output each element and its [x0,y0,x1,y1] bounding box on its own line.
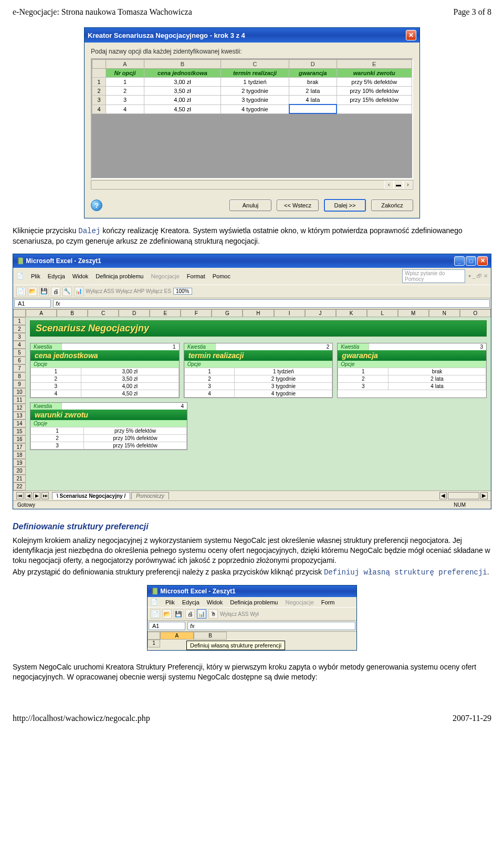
help-icon[interactable]: ? [91,200,102,211]
horizontal-scrollbar[interactable]: ‹ ▬ › [91,180,413,190]
table-row[interactable]: 1 1 3,00 zł 1 tydzień brak przy 5% defek… [92,78,412,87]
zoom-field[interactable]: 100% [173,288,192,295]
menu-item[interactable]: Negocjacje [151,273,179,279]
scroll-thumb[interactable] [448,492,479,499]
custom-icon[interactable]: 🔧 [62,287,72,296]
menu-item[interactable]: Widok [207,599,223,605]
new-icon[interactable]: 📄 [151,609,160,619]
toolbar: 📄 📂 💾 🖨 🔧 📊 Wyłącz ASS Wyłącz AHP Wyłącz… [13,285,491,298]
custom-icon[interactable]: 📊 [74,287,83,296]
menu-item[interactable]: Negocjacje [285,599,313,605]
menu-item[interactable]: Definicja problemu [230,599,278,605]
scroll-right-icon[interactable]: › [403,181,413,189]
excel-mini-icon: 📄 [16,273,24,279]
sheet-canvas[interactable]: Scenariusz Negocjacyjny Kwestia1cena jed… [26,317,491,490]
row-numbers: 12345678910111213141516171819202122 [13,317,26,490]
kwestia-box: Kwestia1cena jednostkowaOpcje13,00 zł23,… [30,343,180,398]
formula-bar[interactable]: fx [53,299,490,308]
column-headers: ABC DEF GHI JKL MNO [13,309,491,317]
tab-first-icon[interactable]: ⏮ [16,492,24,499]
paragraph-3: System NegoCalc uruchomi Kreatora Strukt… [13,662,491,682]
excel2-title: 📗 Microsoft Excel - Zeszyt1 [151,588,236,595]
minimize-icon[interactable]: _ [454,256,465,266]
status-bar: Gotowy NUM [13,500,491,509]
menu-item[interactable]: Form [321,599,335,605]
tooltip: Definiuj własną strukturę preferencji [186,641,285,650]
menu-item[interactable]: Plik [31,273,40,279]
page-footer-left: http://localhost/wachowicz/negocalc.php [13,714,150,723]
scenario-title: Scenariusz Negocjacyjny [30,320,487,337]
menu-item[interactable]: Pomoc [213,273,230,279]
save-icon[interactable]: 💾 [174,609,183,619]
tab-prev-icon[interactable]: ◀ [25,492,32,499]
cancel-button[interactable]: Anuluj [229,200,271,211]
sheet-tab-inactive[interactable]: Pomocniczy [131,492,169,499]
page-footer-right: 2007-11-29 [453,714,491,723]
table-row[interactable]: 2 2 3,50 zł 2 tygodnie 2 lata przy 10% d… [92,87,412,96]
name-box[interactable]: A1 [149,622,185,630]
dialog-title: Kreator Scenariusza Negocjacyjnego - kro… [88,32,245,39]
dialog-prompt: Podaj nazwy opcji dla każdej zidentyfiko… [85,43,419,58]
name-box[interactable]: A1 [14,299,51,308]
wizard-dialog: Kreator Scenariusza Negocjacyjnego - kro… [84,27,420,218]
tab-next-icon[interactable]: ▶ [33,492,40,499]
tab-last-icon[interactable]: ⏭ [41,492,49,499]
excel-window-1: 📗 Microsoft Excel - Zeszyt1 _ □ ✕ 📄 Plik… [13,254,491,509]
finish-button[interactable]: Zakończ [371,200,413,211]
menu-item[interactable]: Format [187,273,205,279]
help-search-input[interactable]: Wpisz pytanie do Pomocy [402,269,465,283]
next-button[interactable]: Dalej >> [324,199,366,212]
new-icon[interactable]: 📄 [16,287,26,296]
table-row[interactable]: 4 4 4,50 zł 4 tygodnie [92,104,412,113]
section-heading: Definiowanie struktury preferencji [13,522,491,531]
kwestia-box: Kwestia4warunki zwrotuOpcje1przy 5% defe… [30,402,187,450]
excel-window-2: 📗 Microsoft Excel - Zeszyt1 📄 Plik Edycj… [147,585,357,651]
toolbar-text: Wyłącz ASS Wyłącz AHP Wyłącz ES [86,288,171,294]
menu-item[interactable]: Widok [72,273,89,279]
paragraph-2: Kolejnym krokiem analizy negocjacyjnej z… [13,536,491,566]
open-icon[interactable]: 📂 [28,287,37,296]
kwestia-box: Kwestia3gwarancjaOpcje1brak22 lata34 lat… [337,343,487,398]
sheet-tabs: ⏮ ◀ ▶ ⏭ \ Scenariusz Negocjacyjny / Pomo… [13,490,491,500]
menu-item[interactable]: Edycja [182,599,200,605]
back-button[interactable]: << Wstecz [277,200,319,211]
maximize-icon[interactable]: □ [466,256,476,266]
menu-item[interactable]: Plik [165,599,175,605]
excel-title: 📗 Microsoft Excel - Zeszyt1 [16,257,101,265]
scroll-right-icon[interactable]: ▶ [480,492,488,499]
define-preferences-button[interactable]: 📊 [197,609,206,619]
open-icon[interactable]: 📂 [162,609,172,619]
row-number: 1 [148,640,160,647]
paragraph-1: Kliknięcie przycisku Dalej kończy realiz… [13,226,491,246]
table-row[interactable]: 3 3 4,00 zł 3 tygodnie 4 lata przy 15% d… [92,96,412,105]
menu-item[interactable]: Definicja problemu [96,273,143,279]
formula-bar[interactable]: fx [187,622,355,630]
menu-item[interactable]: Edycja [48,273,65,279]
paragraph-2b: Aby przystąpić do definiowania struktury… [13,567,491,578]
scroll-thumb[interactable]: ▬ [394,181,403,189]
print-icon[interactable]: 🖨 [185,609,195,619]
scroll-left-icon[interactable]: ‹ [384,181,394,189]
options-grid[interactable]: A B C D E Nr opcji cena jednostkowa term… [91,58,413,179]
sheet-tab-active[interactable]: \ Scenariusz Negocjacyjny / [52,492,130,499]
toolbar-tail: Wyłącz ASS Wył [220,611,259,617]
page-header-left: e-Negocjacje: Strona naukowa Tomasza Wac… [13,7,192,17]
header-row: Nr opcji cena jednostkowa termin realiza… [92,69,412,78]
save-icon[interactable]: 💾 [39,287,49,296]
excel-mini-icon: 📄 [151,599,158,605]
print-icon[interactable]: 🖨 [51,287,60,296]
close-icon[interactable]: ✕ [406,30,416,40]
kwestia-box: Kwestia2termin realizacjiOpcje11 tydzień… [184,343,333,398]
menubar: 📄 Plik Edycja Widok Definicja problemu N… [13,268,491,285]
column-letters-row: A B C D E [92,60,412,69]
close-icon[interactable]: ✕ [477,256,488,266]
custom-icon[interactable]: 🖱 [208,609,218,619]
scroll-left-icon[interactable]: ◀ [439,492,447,499]
page-header-right: Page 3 of 8 [454,7,491,17]
